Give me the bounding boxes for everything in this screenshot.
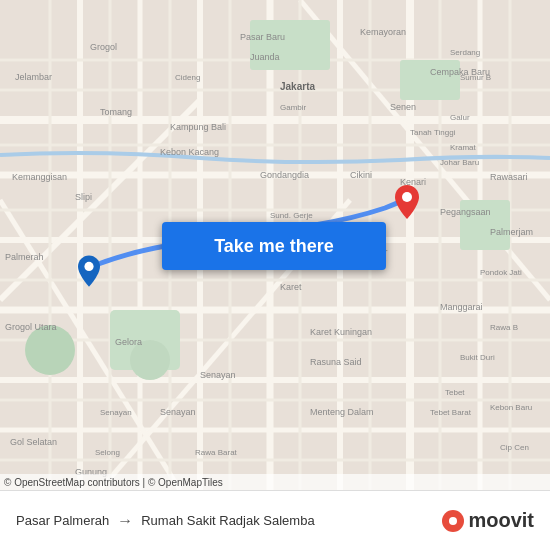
svg-text:Pasar Baru: Pasar Baru	[240, 32, 285, 42]
svg-text:Palmerah: Palmerah	[5, 252, 44, 262]
moovit-dot-inner	[449, 517, 457, 525]
svg-text:Senayan: Senayan	[100, 408, 132, 417]
svg-point-93	[84, 262, 93, 271]
svg-text:Slipi: Slipi	[75, 192, 92, 202]
svg-text:Karet: Karet	[280, 282, 302, 292]
svg-text:Senen: Senen	[390, 102, 416, 112]
svg-text:Rawa B: Rawa B	[490, 323, 518, 332]
svg-rect-36	[400, 60, 460, 100]
svg-text:Kemayoran: Kemayoran	[360, 27, 406, 37]
svg-text:Tanah Tinggi: Tanah Tinggi	[410, 128, 456, 137]
svg-text:Menteng Dalam: Menteng Dalam	[310, 407, 374, 417]
svg-text:Cempaka Baru: Cempaka Baru	[430, 67, 490, 77]
svg-text:Johar Baru: Johar Baru	[440, 158, 479, 167]
svg-text:Jakarta: Jakarta	[280, 81, 315, 92]
bottom-bar: Pasar Palmerah → Rumah Sakit Radjak Sale…	[0, 490, 550, 550]
svg-text:Grogol Utara: Grogol Utara	[5, 322, 57, 332]
svg-text:Gelora: Gelora	[115, 337, 142, 347]
moovit-brand-text: moovit	[468, 509, 534, 532]
svg-text:Jelambar: Jelambar	[15, 72, 52, 82]
destination-label: Rumah Sakit Radjak Salemba	[141, 513, 314, 528]
svg-text:Pegangsaan: Pegangsaan	[440, 207, 491, 217]
take-me-there-button[interactable]: Take me there	[162, 222, 386, 270]
svg-text:Sund. Gerje: Sund. Gerje	[270, 211, 313, 220]
svg-text:Manggarai: Manggarai	[440, 302, 483, 312]
svg-text:Cikini: Cikini	[350, 170, 372, 180]
origin-pin	[78, 255, 100, 291]
map-attribution: © OpenStreetMap contributors | © OpenMap…	[0, 474, 550, 490]
svg-text:Kebon Baru: Kebon Baru	[490, 403, 532, 412]
svg-point-92	[402, 192, 412, 202]
destination-pin	[395, 185, 419, 223]
svg-text:Senayan: Senayan	[200, 370, 236, 380]
svg-text:Pondok Jati: Pondok Jati	[480, 268, 522, 277]
svg-text:Cideng: Cideng	[175, 73, 200, 82]
svg-text:Gambir: Gambir	[280, 103, 307, 112]
svg-text:Rasuna Said: Rasuna Said	[310, 357, 362, 367]
svg-text:Karet Kuningan: Karet Kuningan	[310, 327, 372, 337]
origin-label: Pasar Palmerah	[16, 513, 109, 528]
route-arrow: →	[117, 512, 133, 530]
svg-text:Juanda: Juanda	[250, 52, 280, 62]
svg-text:Serdang: Serdang	[450, 48, 480, 57]
svg-text:Rawa Barat: Rawa Barat	[195, 448, 238, 457]
svg-text:Rawasari: Rawasari	[490, 172, 528, 182]
svg-text:Kemanggisan: Kemanggisan	[12, 172, 67, 182]
svg-text:Gondangdia: Gondangdia	[260, 170, 309, 180]
svg-text:Palmerjam: Palmerjam	[490, 227, 533, 237]
svg-text:Gol Selatan: Gol Selatan	[10, 437, 57, 447]
svg-text:Senayan: Senayan	[160, 407, 196, 417]
svg-text:Tebet: Tebet	[445, 388, 465, 397]
svg-text:Tebet Barat: Tebet Barat	[430, 408, 472, 417]
svg-rect-35	[250, 20, 330, 70]
svg-text:Kebon Kacang: Kebon Kacang	[160, 147, 219, 157]
svg-text:Cip Cen: Cip Cen	[500, 443, 529, 452]
svg-text:Bukit Duri: Bukit Duri	[460, 353, 495, 362]
map-container: Jelambar Grogol Tomang Cideng Pasar Baru…	[0, 0, 550, 490]
svg-text:Kramat: Kramat	[450, 143, 477, 152]
svg-point-37	[25, 325, 75, 375]
moovit-dot-icon	[442, 510, 464, 532]
svg-text:Galur: Galur	[450, 113, 470, 122]
moovit-logo: moovit	[442, 509, 534, 532]
svg-text:Selong: Selong	[95, 448, 120, 457]
svg-text:Kampung Bali: Kampung Bali	[170, 122, 226, 132]
svg-text:Grogol: Grogol	[90, 42, 117, 52]
svg-text:Tomang: Tomang	[100, 107, 132, 117]
